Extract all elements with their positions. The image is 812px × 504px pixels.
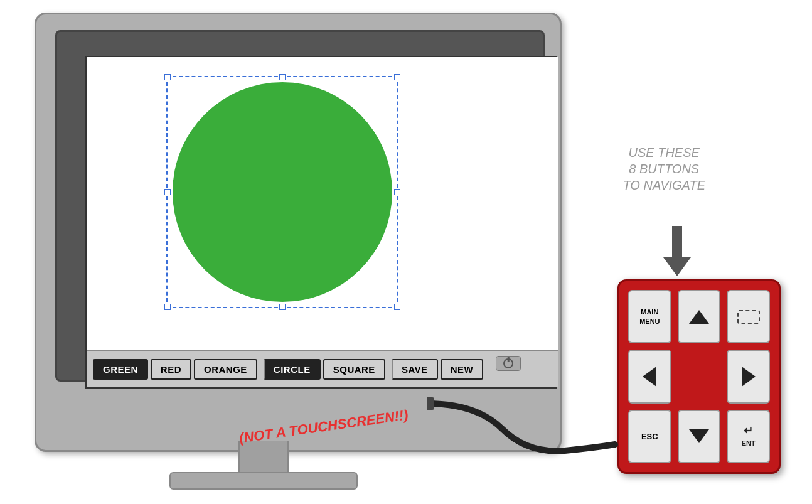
color-red-button[interactable]: RED	[151, 359, 191, 380]
dotted-rect-icon	[737, 310, 760, 324]
svg-rect-0	[427, 397, 434, 410]
handle-br	[394, 304, 400, 310]
handle-ml	[164, 189, 171, 195]
monitor-bezel: GREEN RED ORANGE CIRCLE SQUARE SAVE NEW	[55, 30, 545, 382]
remote-grid: MAINMENU ESC ↵ENT	[628, 290, 770, 463]
power-button[interactable]	[496, 356, 521, 371]
navigate-arrow	[663, 226, 691, 276]
handle-bc	[279, 304, 286, 310]
shape-square-button[interactable]: SQUARE	[323, 359, 385, 380]
arrow-head	[663, 257, 691, 276]
center-empty	[678, 350, 721, 403]
monitor: GREEN RED ORANGE CIRCLE SQUARE SAVE NEW	[35, 13, 562, 452]
down-button[interactable]	[678, 410, 721, 463]
enter-label: ↵ENT	[742, 425, 756, 448]
enter-button[interactable]: ↵ENT	[727, 410, 770, 463]
right-arrow-icon	[742, 367, 756, 387]
power-icon	[503, 358, 513, 368]
main-menu-label: MAINMENU	[639, 308, 660, 326]
left-button[interactable]	[628, 350, 671, 403]
handle-mr	[394, 189, 400, 195]
handle-bl	[164, 304, 171, 310]
main-menu-button[interactable]: MAINMENU	[628, 290, 671, 343]
dotted-rect-button[interactable]	[727, 290, 770, 343]
monitor-screen: GREEN RED ORANGE CIRCLE SQUARE SAVE NEW	[85, 56, 557, 389]
toolbar: GREEN RED ORANGE CIRCLE SQUARE SAVE NEW	[87, 350, 558, 387]
cable	[427, 391, 628, 466]
handle-tc	[279, 74, 286, 80]
handle-tl	[164, 74, 171, 80]
remote-control: MAINMENU ESC ↵ENT	[617, 279, 781, 474]
esc-button[interactable]: ESC	[628, 410, 671, 463]
esc-label: ESC	[641, 432, 658, 441]
right-button[interactable]	[727, 350, 770, 403]
monitor-stand-base	[169, 472, 358, 490]
left-arrow-icon	[643, 367, 656, 387]
save-button[interactable]: SAVE	[392, 359, 438, 380]
new-button[interactable]: NEW	[441, 359, 484, 380]
color-orange-button[interactable]: ORANGE	[194, 359, 257, 380]
selection-box	[166, 76, 398, 308]
arrow-shaft	[672, 226, 682, 257]
canvas-area	[87, 57, 558, 352]
color-green-button[interactable]: GREEN	[93, 359, 148, 380]
down-arrow-icon	[689, 429, 709, 443]
up-button[interactable]	[678, 290, 721, 343]
shape-circle-button[interactable]: CIRCLE	[264, 359, 321, 380]
up-arrow-icon	[689, 310, 709, 324]
navigate-text: USE THESE 8 BUTTONS TO NAVIGATE	[622, 144, 705, 193]
handle-tr	[394, 74, 400, 80]
